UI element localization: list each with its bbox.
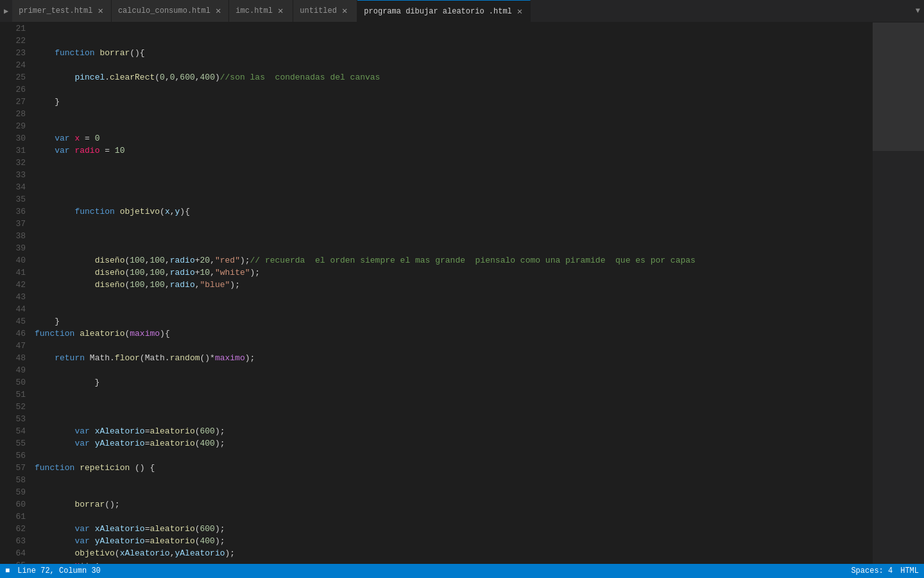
code-line-64: objetivo(xAleatorio,yAleatorio); bbox=[35, 547, 873, 559]
line-number-56: 56 bbox=[10, 450, 26, 462]
code-line-24 bbox=[35, 59, 873, 71]
tab-bar: ▶ primer_test.html✕calculo_consumo.html✕… bbox=[0, 0, 924, 22]
language-indicator[interactable]: HTML bbox=[900, 566, 919, 575]
code-line-65: x++ ; bbox=[35, 559, 873, 564]
tab-close-icon[interactable]: ✕ bbox=[214, 6, 222, 16]
line-number-58: 58 bbox=[10, 474, 26, 486]
code-line-53 bbox=[35, 413, 873, 425]
line-number-52: 52 bbox=[10, 401, 26, 413]
line-number-42: 42 bbox=[10, 279, 26, 291]
code-line-45: } bbox=[35, 315, 873, 328]
code-line-49 bbox=[35, 364, 873, 376]
code-line-44 bbox=[35, 303, 873, 315]
code-line-47 bbox=[35, 340, 873, 352]
line-number-36: 36 bbox=[10, 206, 26, 218]
status-left: ■ Line 72, Column 30 bbox=[5, 566, 101, 575]
code-line-40: diseño(100,100,radio+20,"red");// recuer… bbox=[35, 254, 873, 267]
code-line-61 bbox=[35, 511, 873, 523]
code-line-30: var x = 0 bbox=[35, 132, 873, 144]
tab-label: calculo_consumo.html bbox=[118, 6, 210, 15]
line-number-34: 34 bbox=[10, 181, 26, 193]
line-number-30: 30 bbox=[10, 132, 26, 144]
tab-scroll-right[interactable]: ▼ bbox=[912, 0, 924, 22]
line-number-61: 61 bbox=[10, 511, 26, 523]
tab-label: untitled bbox=[300, 6, 337, 15]
status-bar: ■ Line 72, Column 30 Spaces: 4 HTML bbox=[0, 564, 924, 578]
line-number-28: 28 bbox=[10, 108, 26, 120]
line-number-29: 29 bbox=[10, 120, 26, 132]
code-line-34 bbox=[35, 181, 873, 193]
line-number-39: 39 bbox=[10, 242, 26, 254]
line-numbers: 2122232425262728293031323334353637383940… bbox=[0, 22, 31, 564]
code-line-23: function borrar(){ bbox=[35, 47, 873, 59]
code-line-31: var radio = 10 bbox=[35, 144, 873, 157]
code-line-28 bbox=[35, 108, 873, 120]
tab-tab1[interactable]: primer_test.html✕ bbox=[12, 0, 112, 22]
code-line-58 bbox=[35, 474, 873, 486]
line-number-51: 51 bbox=[10, 389, 26, 401]
spaces-indicator[interactable]: Spaces: 4 bbox=[851, 566, 893, 575]
line-number-53: 53 bbox=[10, 413, 26, 425]
line-number-65: 65 bbox=[10, 559, 26, 564]
editor-area: 2122232425262728293031323334353637383940… bbox=[0, 22, 924, 564]
tab-label: imc.html bbox=[235, 6, 273, 15]
line-number-64: 64 bbox=[10, 547, 26, 559]
line-number-45: 45 bbox=[10, 315, 26, 328]
line-number-57: 57 bbox=[10, 462, 26, 474]
line-number-43: 43 bbox=[10, 291, 26, 303]
tab-list: primer_test.html✕calculo_consumo.html✕im… bbox=[12, 0, 912, 22]
square-icon: ■ bbox=[5, 566, 10, 575]
code-line-27: } bbox=[35, 96, 873, 108]
code-line-26 bbox=[35, 83, 873, 96]
tab-scroll-left[interactable]: ▶ bbox=[0, 0, 12, 22]
line-number-41: 41 bbox=[10, 267, 26, 279]
tab-tab5[interactable]: programa dibujar aleatorio .html✕ bbox=[357, 0, 531, 22]
line-number-49: 49 bbox=[10, 364, 26, 376]
line-number-62: 62 bbox=[10, 523, 26, 535]
status-icon-square: ■ bbox=[5, 566, 10, 575]
tab-tab4[interactable]: untitled✕ bbox=[293, 0, 357, 22]
tab-close-icon[interactable]: ✕ bbox=[516, 6, 524, 17]
code-line-55: var yAleatorio=aleatorio(400); bbox=[35, 437, 873, 450]
line-number-55: 55 bbox=[10, 437, 26, 450]
code-editor[interactable]: function borrar(){ pincel.clearRect(0,0,… bbox=[31, 22, 873, 564]
line-number-24: 24 bbox=[10, 59, 26, 71]
line-number-26: 26 bbox=[10, 83, 26, 96]
code-line-32 bbox=[35, 157, 873, 169]
code-line-52 bbox=[35, 401, 873, 413]
line-number-40: 40 bbox=[10, 254, 26, 267]
status-right: Spaces: 4 HTML bbox=[851, 566, 919, 575]
code-line-62: var xAleatorio=aleatorio(600); bbox=[35, 523, 873, 535]
tab-close-icon[interactable]: ✕ bbox=[96, 6, 104, 16]
line-number-23: 23 bbox=[10, 47, 26, 59]
line-number-35: 35 bbox=[10, 193, 26, 206]
code-line-46: function aleatorio(maximo){ bbox=[35, 328, 873, 340]
code-line-63: var yAleatorio=aleatorio(400); bbox=[35, 535, 873, 547]
code-line-56 bbox=[35, 450, 873, 462]
code-line-57: function repeticion () { bbox=[35, 462, 873, 474]
line-number-27: 27 bbox=[10, 96, 26, 108]
line-col-indicator[interactable]: Line 72, Column 30 bbox=[17, 566, 101, 575]
line-number-63: 63 bbox=[10, 535, 26, 547]
line-number-32: 32 bbox=[10, 157, 26, 169]
tab-label: programa dibujar aleatorio .html bbox=[364, 7, 511, 16]
minimap bbox=[873, 22, 924, 564]
code-line-33 bbox=[35, 169, 873, 181]
line-number-47: 47 bbox=[10, 340, 26, 352]
code-line-48: return Math.floor(Math.random()*maximo); bbox=[35, 352, 873, 364]
line-number-33: 33 bbox=[10, 169, 26, 181]
tab-close-icon[interactable]: ✕ bbox=[341, 6, 348, 16]
code-line-38 bbox=[35, 230, 873, 242]
tab-close-icon[interactable]: ✕ bbox=[277, 6, 284, 16]
minimap-slider[interactable] bbox=[873, 22, 924, 151]
code-line-37 bbox=[35, 218, 873, 230]
code-line-36: function objetivo(x,y){ bbox=[35, 206, 873, 218]
tab-tab2[interactable]: calculo_consumo.html✕ bbox=[112, 0, 229, 22]
line-number-37: 37 bbox=[10, 218, 26, 230]
line-number-54: 54 bbox=[10, 425, 26, 437]
tab-tab3[interactable]: imc.html✕ bbox=[229, 0, 293, 22]
line-number-59: 59 bbox=[10, 486, 26, 498]
line-number-46: 46 bbox=[10, 328, 26, 340]
code-line-21 bbox=[35, 22, 873, 35]
code-line-60: borrar(); bbox=[35, 498, 873, 511]
